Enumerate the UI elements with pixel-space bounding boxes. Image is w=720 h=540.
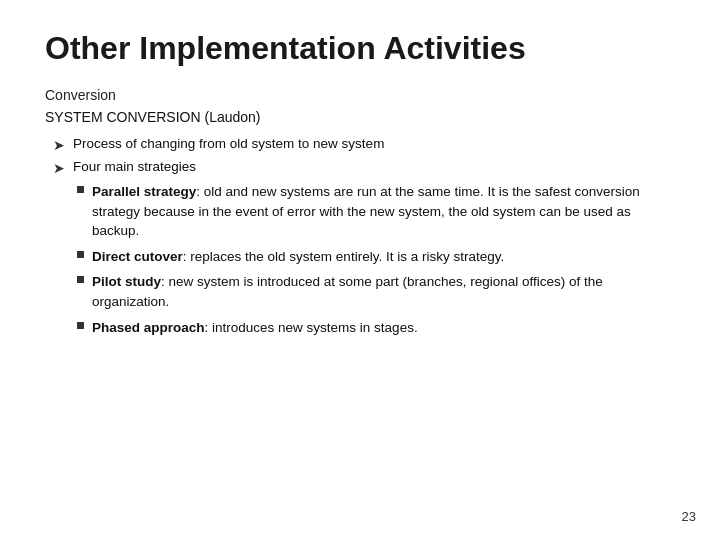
page-number: 23 [682, 509, 696, 524]
bullet-square-3 [77, 276, 84, 283]
arrow-item-2-text: Four main strategies [73, 157, 196, 177]
arrow-item-1: ➤ Process of changing from old system to… [53, 134, 675, 155]
bullet-item-3: Pilot study: new system is introduced at… [77, 272, 675, 311]
bullet-square-1 [77, 186, 84, 193]
bullet-bold-3: Pilot study [92, 274, 161, 289]
bullet-item-2: Direct cutover: replaces the old system … [77, 247, 675, 267]
bullet-text-2: Direct cutover: replaces the old system … [92, 247, 504, 267]
section-label: Conversion [45, 85, 675, 105]
slide: Other Implementation Activities Conversi… [0, 0, 720, 540]
content-area: Conversion SYSTEM CONVERSION (Laudon) ➤ … [45, 85, 675, 337]
arrow-item-2: ➤ Four main strategies [53, 157, 675, 178]
bullet-list: Parallel strategy: old and new systems a… [77, 182, 675, 337]
bullet-square-2 [77, 251, 84, 258]
bullet-square-4 [77, 322, 84, 329]
bullet-item-1: Parallel strategy: old and new systems a… [77, 182, 675, 241]
bullet-text-4: Phased approach: introduces new systems … [92, 318, 418, 338]
bullet-bold-2: Direct cutover [92, 249, 183, 264]
system-conversion-title: SYSTEM CONVERSION (Laudon) [45, 107, 675, 127]
arrow-icon-2: ➤ [53, 158, 65, 178]
arrow-item-1-text: Process of changing from old system to n… [73, 134, 384, 154]
bullet-item-4: Phased approach: introduces new systems … [77, 318, 675, 338]
bullet-text-1: Parallel strategy: old and new systems a… [92, 182, 675, 241]
arrow-icon-1: ➤ [53, 135, 65, 155]
bullet-bold-1: Parallel strategy [92, 184, 196, 199]
slide-title: Other Implementation Activities [45, 30, 675, 67]
bullet-text-3: Pilot study: new system is introduced at… [92, 272, 675, 311]
bullet-bold-4: Phased approach [92, 320, 205, 335]
arrow-list: ➤ Process of changing from old system to… [53, 134, 675, 179]
